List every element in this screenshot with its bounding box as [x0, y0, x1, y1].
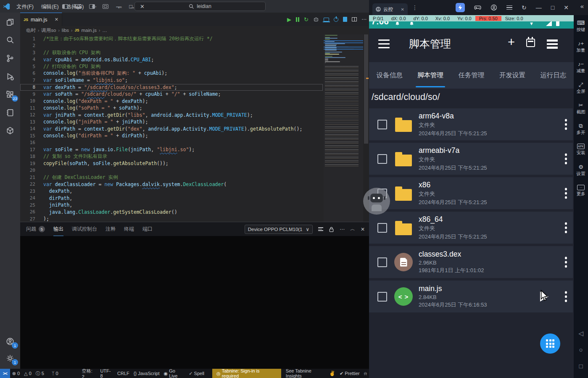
menu-item[interactable]: 编辑(E): [37, 4, 63, 10]
statusbar-item-eol[interactable]: CRLF: [115, 369, 132, 378]
close-button[interactable]: ✕: [140, 3, 145, 10]
breadcrumb-item[interactable]: main.js: [81, 28, 96, 33]
ai-robot-icon[interactable]: [313, 16, 319, 22]
panel-more-icon[interactable]: ⋯: [340, 226, 345, 232]
close-instance-icon[interactable]: ✕: [401, 7, 404, 12]
run-debug-icon[interactable]: [5, 71, 16, 82]
android-screen[interactable]: 7:06 ▼ P:0/1dX: 0.0dY: 0.0Xv: 0.0Yv: 0.0…: [369, 15, 574, 378]
nav-back-button[interactable]: ◁: [574, 330, 588, 337]
file-row-x86_64[interactable]: x86_64文件夹2024年6月25日 下午5:21:25: [369, 212, 573, 244]
file-menu-icon[interactable]: [565, 119, 567, 130]
file-row-arm64-v8a[interactable]: arm64-v8a文件夹2024年6月25日 下午5:21:25: [369, 108, 573, 140]
file-menu-icon[interactable]: [565, 188, 567, 199]
statusbar-item-tabnine-insights[interactable]: See Tabnine Insights✌: [284, 369, 338, 378]
gamepad-icon[interactable]: [474, 5, 481, 10]
file-checkbox[interactable]: [377, 257, 387, 267]
app-tab-运行日志[interactable]: 运行日志: [533, 62, 574, 89]
toolbar-减量[interactable]: ♪−减量: [574, 60, 588, 74]
nav-home-button[interactable]: ○: [574, 346, 588, 353]
device-screen-icon[interactable]: [324, 18, 329, 21]
maximize-panel-icon[interactable]: ︿: [350, 226, 355, 233]
toggle-panel-icon[interactable]: [76, 4, 82, 9]
statusbar-item-language[interactable]: {}JavaScript: [132, 369, 162, 378]
close-panel-icon[interactable]: ✕: [361, 226, 365, 232]
panel-tab-输出[interactable]: 输出: [53, 222, 63, 236]
breadcrumb-item[interactable]: libs: [62, 28, 69, 33]
tab-close-icon[interactable]: ✕: [55, 17, 58, 22]
panel-tab-注释[interactable]: 注释: [105, 222, 116, 236]
toggle-secondary-sidebar-icon[interactable]: [89, 4, 95, 9]
panel-tab-问题[interactable]: 问题5: [26, 222, 45, 236]
nav-recents-button[interactable]: □: [574, 362, 588, 370]
app-tab-任务管理[interactable]: 任务管理: [451, 62, 492, 89]
schedule-icon[interactable]: [526, 39, 535, 47]
clear-output-icon[interactable]: [318, 227, 323, 231]
minimize-button[interactable]: —: [116, 3, 121, 10]
toolbar-全屏[interactable]: ⤢全屏: [574, 81, 588, 94]
collapse-toolbar-icon[interactable]: «: [580, 3, 584, 10]
file-menu-icon[interactable]: [565, 257, 567, 268]
remote-indicator[interactable]: ><: [0, 369, 10, 378]
toolbar-设置[interactable]: ⚙设置: [574, 163, 588, 177]
emulator-close-icon[interactable]: ✕: [564, 4, 569, 11]
power-icon[interactable]: [334, 17, 338, 22]
statusbar-item-ports[interactable]: ᛉ0: [50, 369, 61, 378]
accounts-icon[interactable]: 1: [5, 336, 16, 347]
statusbar-item-errors[interactable]: ⊗0: [10, 369, 22, 378]
split-editor-icon[interactable]: [352, 17, 357, 21]
toolbar-截图[interactable]: ✂截图: [574, 102, 588, 115]
add-icon[interactable]: +: [508, 35, 515, 49]
file-menu-icon[interactable]: [565, 291, 567, 302]
toolbar-更多[interactable]: ⋯更多: [574, 184, 588, 197]
save-doc-icon[interactable]: [343, 17, 347, 22]
breadcrumb-item[interactable]: 调用so: [41, 27, 56, 34]
floating-robot-ball[interactable]: [363, 188, 390, 215]
file-menu-icon[interactable]: [565, 153, 567, 164]
boost-icon[interactable]: [456, 3, 465, 12]
file-checkbox[interactable]: [377, 223, 387, 233]
panel-tab-端口[interactable]: 端口: [142, 222, 153, 236]
emulator-maximize-icon[interactable]: □: [551, 4, 554, 11]
sync-rotate-icon[interactable]: ↻: [522, 4, 527, 11]
statusbar-item-go-live[interactable]: ◉Go Live: [162, 369, 187, 378]
minimap[interactable]: [324, 34, 363, 222]
scrollbar-thumb[interactable]: [364, 34, 368, 144]
toolbar-安装[interactable]: APK安装: [574, 143, 588, 156]
app-tab-设备信息[interactable]: 设备信息: [369, 62, 410, 89]
list-view-icon[interactable]: [547, 39, 558, 49]
toolbar-加量[interactable]: ♪+加量: [574, 40, 588, 53]
run-script-icon[interactable]: ▶: [287, 16, 291, 23]
panel-tab-调试控制台[interactable]: 调试控制台: [72, 222, 97, 236]
statusbar-item-warnings[interactable]: △0: [22, 369, 34, 378]
extensions-icon[interactable]: 23: [5, 89, 16, 100]
code-editor[interactable]: 1/*注意：由于so库释放需要时间，脚本结束后需要再间隔 20秒后再次运行 */…: [20, 34, 369, 222]
statusbar-item-spell[interactable]: ✓Spell: [187, 369, 206, 378]
app-tab-开发设置[interactable]: 开发设置: [492, 62, 533, 89]
breadcrumb-item[interactable]: 临时: [26, 27, 36, 34]
package-box-icon[interactable]: [5, 125, 16, 136]
breadcrumb-item[interactable]: …: [102, 28, 107, 33]
emulator-minimize-icon[interactable]: —: [536, 4, 542, 11]
statusbar-item-infos[interactable]: ⓘ5: [34, 369, 46, 378]
statusbar-item-indent[interactable]: 空格: 2: [80, 369, 98, 378]
account-icon[interactable]: [490, 4, 497, 11]
menu-item[interactable]: 文件(F): [13, 4, 37, 10]
file-checkbox[interactable]: [377, 154, 387, 164]
statusbar-item-prettier[interactable]: ✔Prettier: [338, 369, 362, 378]
customize-layout-icon[interactable]: [103, 4, 108, 9]
global-search-box[interactable]: leidian: [134, 2, 266, 11]
maximize-button[interactable]: □: [129, 3, 132, 10]
source-control-icon[interactable]: [5, 53, 16, 64]
statusbar-item-tabnine[interactable]: ◎Tabnine: Sign-in is required: [212, 369, 281, 378]
drawer-menu-icon[interactable]: [378, 39, 390, 48]
file-row-classes3.dex[interactable]: classes3.dex2.96KB1981年1月1日 上午1:01:02: [369, 246, 573, 278]
explorer-icon[interactable]: [5, 17, 16, 28]
file-checkbox[interactable]: [377, 292, 387, 302]
toolbar-按键[interactable]: ⌨按键: [574, 19, 588, 33]
file-checkbox[interactable]: [377, 120, 387, 129]
pause-icon[interactable]: [296, 17, 299, 22]
statusbar-item-notifications[interactable]: ⍾: [362, 369, 369, 378]
toggle-sidebar-icon[interactable]: [62, 4, 68, 9]
file-row-armeabi-v7a[interactable]: armeabi-v7a文件夹2024年6月25日 下午5:21:25: [369, 143, 573, 175]
tab-main-js[interactable]: JS main.js ✕: [20, 13, 62, 26]
